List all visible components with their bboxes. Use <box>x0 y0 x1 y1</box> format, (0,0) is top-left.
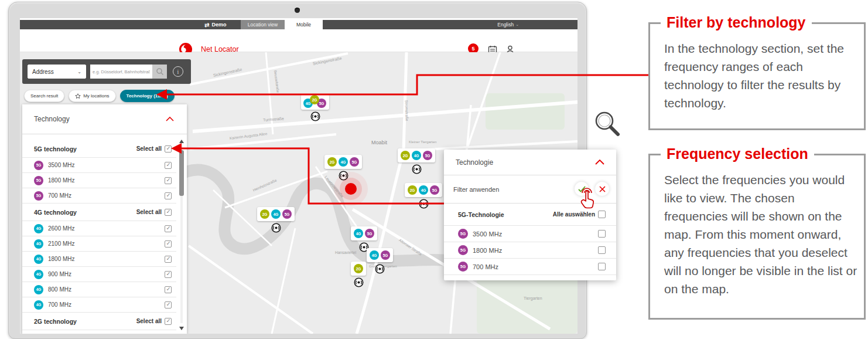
frequency-label: 1800 MHz <box>473 247 502 254</box>
site-cluster-marker[interactable]: 4G5G <box>367 248 393 274</box>
frequency-checkbox[interactable] <box>598 246 606 254</box>
frequency-row: 5G 1800 MHz <box>22 173 176 188</box>
street-label: Kleiner Tiergarten <box>409 140 436 144</box>
frequency-row: 4G 900 MHz <box>22 267 176 282</box>
popup-title: Technologie <box>456 158 493 167</box>
technology-badge: 2G <box>354 264 363 273</box>
chevron-down-icon: ⌄ <box>77 69 81 74</box>
frequency-checkbox[interactable] <box>165 271 172 278</box>
site-cluster-marker[interactable]: 2G4G5G <box>257 207 295 233</box>
apply-filter-label: Filter anwenden <box>453 186 499 193</box>
site-cluster-marker[interactable]: 2G4G5G <box>405 183 442 209</box>
frequency-label: 700 MHz <box>48 301 71 308</box>
cluster-badge-box: 2G4G5G <box>398 148 435 162</box>
frequency-checkbox[interactable] <box>598 263 606 270</box>
technology-panel-header: Technology <box>22 104 187 134</box>
technology-badge: 2G <box>401 151 410 160</box>
panel-title: Technology <box>34 115 70 123</box>
cluster-badge-box: 4G5G2G <box>301 94 329 110</box>
callout-body: Select the frequencies you would like to… <box>650 155 864 298</box>
demo-switcher[interactable]: ⇄ Demo <box>204 20 226 29</box>
technology-section-header: 5G technology Select all <box>22 140 176 158</box>
technology-badge: 5G <box>34 191 43 201</box>
tab-technology[interactable]: Technology (11/11) <box>120 90 175 102</box>
technology-badge: 2G <box>327 157 337 167</box>
technology-badge: 4G <box>339 157 348 167</box>
frequency-row: 5G 700 MHz <box>22 188 176 204</box>
callout-filter-by-technology: Filter by technology In the technology s… <box>648 22 866 130</box>
select-all-checkbox[interactable] <box>165 318 172 325</box>
tab-search-result[interactable]: Search result <box>24 90 64 102</box>
search-category-select[interactable]: Address ⌄ <box>28 65 86 79</box>
technology-badge: 4G <box>412 151 421 160</box>
site-cluster-marker[interactable]: 2G <box>351 262 366 287</box>
swap-icon: ⇄ <box>204 22 209 28</box>
site-cluster-marker[interactable]: 4G5G2G <box>301 94 329 121</box>
popup-header: Technologie <box>444 150 616 175</box>
section-name: 4G technology <box>34 209 77 216</box>
callout-title: Frequency selection <box>661 145 814 162</box>
frequency-checkbox[interactable] <box>165 286 172 293</box>
info-button[interactable]: i <box>173 66 183 77</box>
tab-label: Mobile <box>296 22 311 28</box>
search-bar: Address ⌄ i <box>22 59 191 84</box>
scroll-down-arrow[interactable] <box>179 327 184 330</box>
search-input[interactable] <box>90 65 152 79</box>
frequency-row: 5G 3500 MHz <box>444 226 616 242</box>
frequency-row: 5G 3500 MHz <box>22 158 176 173</box>
frequency-label: 2600 MHz <box>48 225 75 232</box>
frequency-label: 900 MHz <box>48 271 71 277</box>
frequency-checkbox[interactable] <box>165 256 172 263</box>
frequency-label: 800 MHz <box>48 286 71 293</box>
site-cluster-marker[interactable]: 2G4G5G <box>324 155 362 181</box>
frequency-label: 2100 MHz <box>48 240 75 247</box>
technology-badge: 4G <box>34 300 43 310</box>
frequency-row: 4G 700 MHz <box>22 297 176 313</box>
frequency-checkbox[interactable] <box>165 177 172 184</box>
site-cluster-marker[interactable]: 2G4G5G <box>398 148 435 174</box>
search-button[interactable] <box>152 65 167 79</box>
tab-location-view[interactable]: Location view <box>241 20 285 29</box>
select-all-checkbox[interactable] <box>598 211 606 218</box>
select-all-checkbox[interactable] <box>165 145 172 152</box>
cluster-badge-box: 2G4G5G <box>257 207 295 221</box>
frequency-label: 700 MHz <box>473 263 498 270</box>
frequency-checkbox[interactable] <box>165 162 172 169</box>
frequency-checkbox[interactable] <box>165 225 172 232</box>
technology-badge: 5G <box>34 176 43 185</box>
frequency-row: 4G 800 MHz <box>22 282 176 297</box>
technology-badge: 4G <box>34 270 43 279</box>
antenna-icon <box>339 171 348 181</box>
antenna-icon <box>375 264 385 274</box>
section-name: 5G-Technologie <box>458 211 504 218</box>
panel-scrollbar[interactable] <box>179 140 184 330</box>
technology-section-header: 2G technology Select all <box>22 313 176 330</box>
chevron-down-icon: ⌄ <box>515 22 519 27</box>
scroll-up-arrow[interactable] <box>179 140 184 143</box>
cluster-badge-box: 4G5G <box>367 248 393 262</box>
frequency-checkbox[interactable] <box>598 230 606 238</box>
language-selector[interactable]: English ⌄ <box>497 20 519 29</box>
antenna-icon <box>354 277 364 287</box>
callout-frequency-selection: Frequency selection Select the frequenci… <box>648 154 866 320</box>
frequency-row: 4G 2600 MHz <box>22 221 176 236</box>
location-marker <box>345 183 357 195</box>
tab-label: Location view <box>248 22 278 28</box>
frequency-row: 4G 2100 MHz <box>22 236 176 252</box>
technology-badge: 4G <box>34 255 43 264</box>
star-icon <box>75 93 81 99</box>
frequency-label: 700 MHz <box>48 192 71 199</box>
collapse-chevron-icon[interactable] <box>595 160 604 165</box>
technology-badge: 5G <box>381 250 390 260</box>
frequency-checkbox[interactable] <box>165 240 172 248</box>
frequency-checkbox[interactable] <box>165 192 172 199</box>
frequency-checkbox[interactable] <box>165 301 172 309</box>
tab-my-locations[interactable]: My locations <box>69 90 115 102</box>
select-all-checkbox[interactable] <box>165 209 172 216</box>
result-tabs: Search result My locations Technology (1… <box>24 90 175 102</box>
technology-badge: 5G <box>423 151 432 160</box>
app-header: Net Locator 5 <box>20 29 577 52</box>
tab-mobile[interactable]: Mobile <box>285 20 323 29</box>
collapse-chevron-icon[interactable] <box>166 117 174 121</box>
scrollbar-thumb[interactable] <box>179 150 184 196</box>
